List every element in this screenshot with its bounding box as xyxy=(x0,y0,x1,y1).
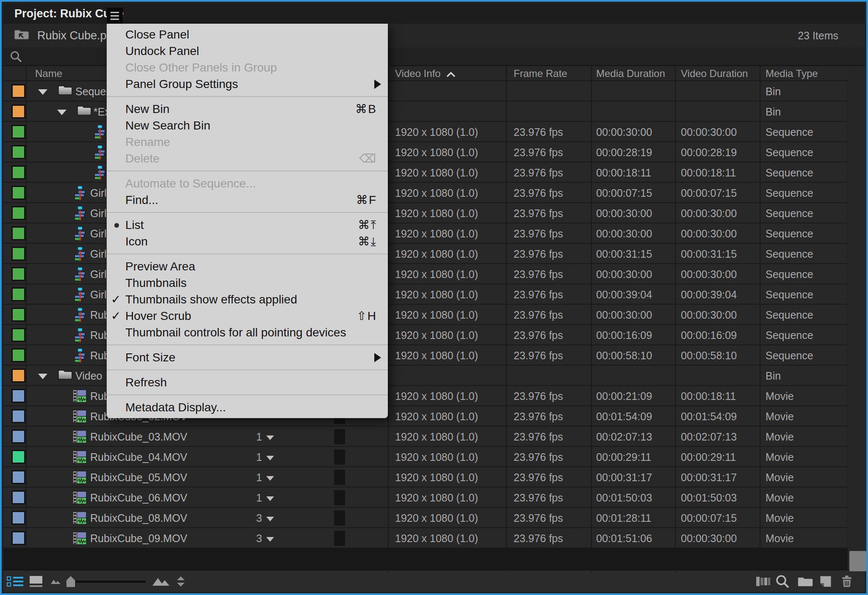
sort-order-button[interactable] xyxy=(177,570,185,592)
label-color-chip[interactable] xyxy=(13,350,24,361)
item-name[interactable]: RubixCube_05.MOV xyxy=(90,467,187,488)
table-row-RubixCube_04.MOV[interactable]: RubixCube_04.MOV11920 x 1080 (1.0)23.976… xyxy=(3,447,847,467)
menu-item-thumbnail-controls-for-all-pointing-devices[interactable]: Thumbnail controls for all pointing devi… xyxy=(107,324,388,341)
table-row-RubixCube_03.MOV[interactable]: RubixCube_03.MOV11920 x 1080 (1.0)23.976… xyxy=(3,427,847,447)
project-root-folder-icon[interactable] xyxy=(14,28,30,43)
label-color-chip[interactable] xyxy=(13,106,24,117)
label-color-chip[interactable] xyxy=(13,512,24,523)
menu-item-thumbnails[interactable]: Thumbnails xyxy=(107,275,388,291)
good-checkbox[interactable] xyxy=(334,490,345,505)
find-button[interactable] xyxy=(775,570,790,592)
column-divider[interactable] xyxy=(388,66,389,572)
label-color-chip[interactable] xyxy=(13,248,24,259)
label-color-chip[interactable] xyxy=(13,146,24,158)
icon-view-button[interactable] xyxy=(30,570,42,592)
item-name[interactable]: Video xyxy=(75,366,102,386)
label-color-chip[interactable] xyxy=(13,410,24,422)
menu-item-refresh[interactable]: Refresh xyxy=(107,374,388,391)
menu-item-metadata-display[interactable]: Metadata Display... xyxy=(107,399,388,416)
item-name[interactable]: RubixCube_03.MOV xyxy=(90,427,187,447)
good-checkbox[interactable] xyxy=(334,510,345,526)
menu-item-icon[interactable]: Icon⌘⤓ xyxy=(107,233,388,250)
menu-item-thumbnails-show-effects-applied[interactable]: ✓Thumbnails show effects applied xyxy=(107,291,388,308)
video-usage-dropdown[interactable]: 1 xyxy=(256,447,274,467)
item-name[interactable]: Girl xyxy=(90,203,107,223)
video-usage-dropdown[interactable]: 1 xyxy=(256,427,274,447)
list-view-button[interactable] xyxy=(7,570,23,592)
label-color-chip[interactable] xyxy=(13,85,24,97)
video-usage-dropdown[interactable]: 1 xyxy=(256,467,274,488)
column-divider[interactable] xyxy=(506,66,507,572)
label-color-chip[interactable] xyxy=(13,532,24,544)
menu-item-preview-area[interactable]: Preview Area xyxy=(107,258,388,275)
good-checkbox[interactable] xyxy=(334,531,345,546)
item-name[interactable]: RubixCube_08.MOV xyxy=(90,508,187,528)
label-color-chip[interactable] xyxy=(13,451,24,463)
table-row-RubixCube_08.MOV[interactable]: RubixCube_08.MOV31920 x 1080 (1.0)23.976… xyxy=(3,508,847,528)
label-color-chip[interactable] xyxy=(13,228,24,239)
column-divider[interactable] xyxy=(760,66,760,572)
item-name[interactable]: RubixCube_09.MOV xyxy=(90,528,187,548)
label-color-chip[interactable] xyxy=(13,126,24,138)
item-name[interactable]: Girl xyxy=(90,264,107,284)
label-color-chip[interactable] xyxy=(13,187,24,198)
video-usage-dropdown[interactable]: 1 xyxy=(256,488,274,508)
table-row-RubixCube_06.MOV[interactable]: RubixCube_06.MOV11920 x 1080 (1.0)23.976… xyxy=(3,488,847,508)
delete-button[interactable] xyxy=(840,570,854,592)
column-header-frame-rate[interactable]: Frame Rate xyxy=(514,66,567,81)
good-checkbox[interactable] xyxy=(334,470,345,485)
item-name[interactable]: RubixCube_06.MOV xyxy=(90,488,187,508)
menu-item-new-bin[interactable]: New Bin⌘B xyxy=(107,101,388,117)
label-color-chip[interactable] xyxy=(13,289,24,300)
column-divider[interactable] xyxy=(591,66,592,572)
menu-item-close-panel[interactable]: Close Panel xyxy=(107,26,388,43)
menu-item-panel-group-settings[interactable]: Panel Group Settings xyxy=(107,76,388,92)
new-item-button[interactable] xyxy=(819,570,832,592)
disclosure-triangle-icon[interactable] xyxy=(38,89,47,95)
zoom-out-thumbnails-button[interactable] xyxy=(50,570,62,592)
disclosure-triangle-icon[interactable] xyxy=(38,374,47,379)
label-color-chip[interactable] xyxy=(13,268,24,280)
disclosure-triangle-icon[interactable] xyxy=(57,110,66,115)
video-usage-dropdown[interactable]: 3 xyxy=(256,508,274,528)
new-bin-button[interactable] xyxy=(797,570,814,592)
item-name[interactable]: RubixCube_04.MOV xyxy=(90,447,187,467)
thumbnail-size-slider-track[interactable] xyxy=(68,581,146,583)
vertical-scrollbar-track[interactable] xyxy=(848,66,866,572)
vertical-scrollbar-thumb[interactable] xyxy=(849,551,866,571)
column-header-media-type[interactable]: Media Type xyxy=(766,66,818,81)
table-row-RubixCube_05.MOV[interactable]: RubixCube_05.MOV11920 x 1080 (1.0)23.976… xyxy=(3,467,847,488)
label-color-chip[interactable] xyxy=(13,390,24,402)
column-header-media-duration[interactable]: Media Duration xyxy=(596,66,665,81)
column-header-name[interactable]: Name xyxy=(35,66,62,81)
column-header-video-duration[interactable]: Video Duration xyxy=(681,66,748,81)
menu-item-list[interactable]: List⌘⤒ xyxy=(107,217,388,233)
menu-item-font-size[interactable]: Font Size xyxy=(107,349,388,366)
item-name[interactable]: Girl xyxy=(90,244,107,264)
menu-item-hover-scrub[interactable]: ✓Hover Scrub⇧H xyxy=(107,308,388,324)
label-color-chip[interactable] xyxy=(13,309,24,320)
thumbnail-size-slider-thumb[interactable] xyxy=(65,570,76,592)
icon-view-options-button[interactable] xyxy=(756,570,771,592)
menu-item-new-search-bin[interactable]: New Search Bin xyxy=(107,117,388,134)
item-name[interactable]: Girl xyxy=(90,284,107,305)
good-checkbox[interactable] xyxy=(334,449,345,465)
table-row-RubixCube_09.MOV[interactable]: RubixCube_09.MOV31920 x 1080 (1.0)23.976… xyxy=(3,528,847,548)
menu-item-undock-panel[interactable]: Undock Panel xyxy=(107,43,388,59)
label-color-chip[interactable] xyxy=(13,471,24,483)
menu-item-find[interactable]: Find...⌘F xyxy=(107,192,388,208)
label-color-chip[interactable] xyxy=(13,167,24,178)
column-divider[interactable] xyxy=(26,66,27,572)
column-header-video-info[interactable]: Video Info xyxy=(395,66,441,81)
item-name[interactable]: Girl xyxy=(90,183,107,203)
label-color-chip[interactable] xyxy=(13,370,24,381)
label-color-chip[interactable] xyxy=(13,207,24,219)
column-divider[interactable] xyxy=(675,66,676,572)
label-color-chip[interactable] xyxy=(13,492,24,503)
label-color-chip[interactable] xyxy=(13,431,24,442)
label-color-chip[interactable] xyxy=(13,329,24,341)
good-checkbox[interactable] xyxy=(334,429,345,444)
zoom-in-thumbnails-button[interactable] xyxy=(152,570,170,592)
item-name[interactable]: Girl xyxy=(90,223,107,244)
panel-menu-button[interactable] xyxy=(107,8,123,24)
